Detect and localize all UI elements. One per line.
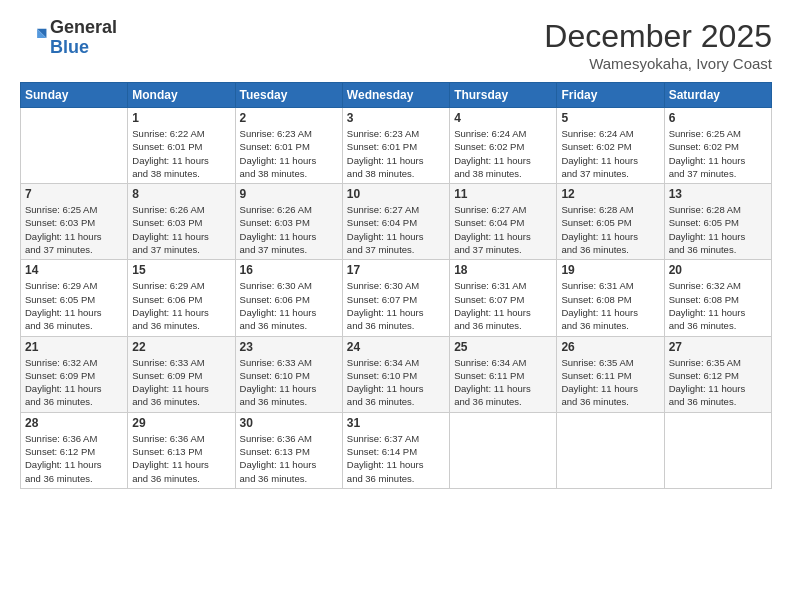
day-number: 6 — [669, 111, 767, 125]
day-cell: 26Sunrise: 6:35 AMSunset: 6:11 PMDayligh… — [557, 336, 664, 412]
day-info: Sunrise: 6:24 AMSunset: 6:02 PMDaylight:… — [454, 127, 552, 180]
day-cell: 1Sunrise: 6:22 AMSunset: 6:01 PMDaylight… — [128, 108, 235, 184]
day-number: 11 — [454, 187, 552, 201]
day-number: 14 — [25, 263, 123, 277]
day-info: Sunrise: 6:33 AMSunset: 6:10 PMDaylight:… — [240, 356, 338, 409]
day-info: Sunrise: 6:36 AMSunset: 6:13 PMDaylight:… — [132, 432, 230, 485]
day-header-saturday: Saturday — [664, 83, 771, 108]
day-number: 20 — [669, 263, 767, 277]
day-number: 24 — [347, 340, 445, 354]
day-cell: 10Sunrise: 6:27 AMSunset: 6:04 PMDayligh… — [342, 184, 449, 260]
day-cell: 23Sunrise: 6:33 AMSunset: 6:10 PMDayligh… — [235, 336, 342, 412]
day-number: 1 — [132, 111, 230, 125]
day-info: Sunrise: 6:26 AMSunset: 6:03 PMDaylight:… — [132, 203, 230, 256]
day-info: Sunrise: 6:22 AMSunset: 6:01 PMDaylight:… — [132, 127, 230, 180]
day-number: 2 — [240, 111, 338, 125]
day-info: Sunrise: 6:34 AMSunset: 6:10 PMDaylight:… — [347, 356, 445, 409]
calendar-page: General Blue December 2025 Wamesyokaha, … — [0, 0, 792, 612]
day-number: 19 — [561, 263, 659, 277]
day-cell: 9Sunrise: 6:26 AMSunset: 6:03 PMDaylight… — [235, 184, 342, 260]
day-cell — [557, 412, 664, 488]
day-info: Sunrise: 6:30 AMSunset: 6:06 PMDaylight:… — [240, 279, 338, 332]
day-cell — [664, 412, 771, 488]
week-row-2: 7Sunrise: 6:25 AMSunset: 6:03 PMDaylight… — [21, 184, 772, 260]
day-cell: 15Sunrise: 6:29 AMSunset: 6:06 PMDayligh… — [128, 260, 235, 336]
day-info: Sunrise: 6:27 AMSunset: 6:04 PMDaylight:… — [347, 203, 445, 256]
day-info: Sunrise: 6:35 AMSunset: 6:11 PMDaylight:… — [561, 356, 659, 409]
day-info: Sunrise: 6:31 AMSunset: 6:07 PMDaylight:… — [454, 279, 552, 332]
day-info: Sunrise: 6:33 AMSunset: 6:09 PMDaylight:… — [132, 356, 230, 409]
day-cell: 17Sunrise: 6:30 AMSunset: 6:07 PMDayligh… — [342, 260, 449, 336]
header-row: SundayMondayTuesdayWednesdayThursdayFrid… — [21, 83, 772, 108]
day-number: 18 — [454, 263, 552, 277]
day-info: Sunrise: 6:36 AMSunset: 6:13 PMDaylight:… — [240, 432, 338, 485]
week-row-5: 28Sunrise: 6:36 AMSunset: 6:12 PMDayligh… — [21, 412, 772, 488]
day-cell: 11Sunrise: 6:27 AMSunset: 6:04 PMDayligh… — [450, 184, 557, 260]
title-block: December 2025 Wamesyokaha, Ivory Coast — [544, 18, 772, 72]
day-number: 22 — [132, 340, 230, 354]
logo-icon — [20, 24, 48, 52]
day-number: 5 — [561, 111, 659, 125]
week-row-4: 21Sunrise: 6:32 AMSunset: 6:09 PMDayligh… — [21, 336, 772, 412]
day-number: 29 — [132, 416, 230, 430]
day-cell: 30Sunrise: 6:36 AMSunset: 6:13 PMDayligh… — [235, 412, 342, 488]
day-info: Sunrise: 6:37 AMSunset: 6:14 PMDaylight:… — [347, 432, 445, 485]
day-cell: 2Sunrise: 6:23 AMSunset: 6:01 PMDaylight… — [235, 108, 342, 184]
logo-general: General — [50, 17, 117, 37]
day-header-monday: Monday — [128, 83, 235, 108]
day-info: Sunrise: 6:32 AMSunset: 6:09 PMDaylight:… — [25, 356, 123, 409]
day-number: 4 — [454, 111, 552, 125]
day-cell: 29Sunrise: 6:36 AMSunset: 6:13 PMDayligh… — [128, 412, 235, 488]
day-cell: 25Sunrise: 6:34 AMSunset: 6:11 PMDayligh… — [450, 336, 557, 412]
day-info: Sunrise: 6:28 AMSunset: 6:05 PMDaylight:… — [561, 203, 659, 256]
day-info: Sunrise: 6:32 AMSunset: 6:08 PMDaylight:… — [669, 279, 767, 332]
day-cell: 28Sunrise: 6:36 AMSunset: 6:12 PMDayligh… — [21, 412, 128, 488]
day-number: 13 — [669, 187, 767, 201]
day-number: 3 — [347, 111, 445, 125]
week-row-1: 1Sunrise: 6:22 AMSunset: 6:01 PMDaylight… — [21, 108, 772, 184]
day-number: 31 — [347, 416, 445, 430]
day-number: 7 — [25, 187, 123, 201]
day-info: Sunrise: 6:36 AMSunset: 6:12 PMDaylight:… — [25, 432, 123, 485]
day-cell: 8Sunrise: 6:26 AMSunset: 6:03 PMDaylight… — [128, 184, 235, 260]
day-cell: 16Sunrise: 6:30 AMSunset: 6:06 PMDayligh… — [235, 260, 342, 336]
day-info: Sunrise: 6:27 AMSunset: 6:04 PMDaylight:… — [454, 203, 552, 256]
location-title: Wamesyokaha, Ivory Coast — [544, 55, 772, 72]
day-info: Sunrise: 6:26 AMSunset: 6:03 PMDaylight:… — [240, 203, 338, 256]
day-cell: 19Sunrise: 6:31 AMSunset: 6:08 PMDayligh… — [557, 260, 664, 336]
day-cell — [21, 108, 128, 184]
day-info: Sunrise: 6:25 AMSunset: 6:02 PMDaylight:… — [669, 127, 767, 180]
day-cell: 5Sunrise: 6:24 AMSunset: 6:02 PMDaylight… — [557, 108, 664, 184]
day-number: 26 — [561, 340, 659, 354]
day-number: 8 — [132, 187, 230, 201]
day-info: Sunrise: 6:25 AMSunset: 6:03 PMDaylight:… — [25, 203, 123, 256]
day-number: 16 — [240, 263, 338, 277]
month-title: December 2025 — [544, 18, 772, 55]
header: General Blue December 2025 Wamesyokaha, … — [20, 18, 772, 72]
day-number: 28 — [25, 416, 123, 430]
day-cell: 13Sunrise: 6:28 AMSunset: 6:05 PMDayligh… — [664, 184, 771, 260]
day-info: Sunrise: 6:29 AMSunset: 6:06 PMDaylight:… — [132, 279, 230, 332]
day-info: Sunrise: 6:30 AMSunset: 6:07 PMDaylight:… — [347, 279, 445, 332]
day-cell: 12Sunrise: 6:28 AMSunset: 6:05 PMDayligh… — [557, 184, 664, 260]
day-info: Sunrise: 6:31 AMSunset: 6:08 PMDaylight:… — [561, 279, 659, 332]
logo: General Blue — [20, 18, 117, 58]
day-cell: 3Sunrise: 6:23 AMSunset: 6:01 PMDaylight… — [342, 108, 449, 184]
day-info: Sunrise: 6:28 AMSunset: 6:05 PMDaylight:… — [669, 203, 767, 256]
day-header-tuesday: Tuesday — [235, 83, 342, 108]
day-info: Sunrise: 6:35 AMSunset: 6:12 PMDaylight:… — [669, 356, 767, 409]
day-number: 10 — [347, 187, 445, 201]
logo-blue: Blue — [50, 37, 89, 57]
week-row-3: 14Sunrise: 6:29 AMSunset: 6:05 PMDayligh… — [21, 260, 772, 336]
day-cell: 24Sunrise: 6:34 AMSunset: 6:10 PMDayligh… — [342, 336, 449, 412]
day-info: Sunrise: 6:23 AMSunset: 6:01 PMDaylight:… — [347, 127, 445, 180]
day-info: Sunrise: 6:23 AMSunset: 6:01 PMDaylight:… — [240, 127, 338, 180]
day-cell: 7Sunrise: 6:25 AMSunset: 6:03 PMDaylight… — [21, 184, 128, 260]
calendar-table: SundayMondayTuesdayWednesdayThursdayFrid… — [20, 82, 772, 489]
day-number: 12 — [561, 187, 659, 201]
day-header-friday: Friday — [557, 83, 664, 108]
day-number: 15 — [132, 263, 230, 277]
day-info: Sunrise: 6:29 AMSunset: 6:05 PMDaylight:… — [25, 279, 123, 332]
day-cell: 22Sunrise: 6:33 AMSunset: 6:09 PMDayligh… — [128, 336, 235, 412]
day-cell: 6Sunrise: 6:25 AMSunset: 6:02 PMDaylight… — [664, 108, 771, 184]
